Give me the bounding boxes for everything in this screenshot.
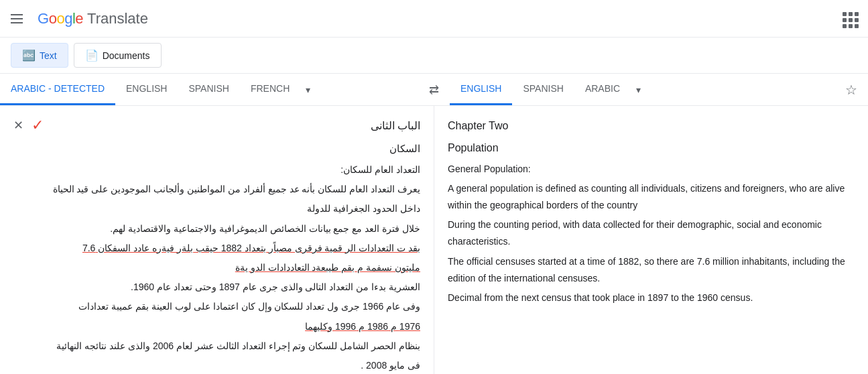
target-line-1: Population xyxy=(448,139,855,158)
target-line-3: A general population is defined as count… xyxy=(448,180,855,214)
logo-g2: g xyxy=(64,10,72,27)
language-bar: ARABIC - DETECTED ENGLISH SPANISH FRENCH… xyxy=(0,74,868,106)
target-line-5: The official censuses started at a time … xyxy=(448,253,855,287)
translate-icon: 🔤 xyxy=(22,49,36,62)
target-lang-panel: ENGLISH SPANISH ARABIC ▾ ☆ xyxy=(450,74,868,105)
documents-tab-button[interactable]: 📄 Documents xyxy=(74,43,162,68)
target-lang-tab-arabic[interactable]: ARABIC xyxy=(574,74,631,105)
target-text-area: Chapter Two Population General Populatio… xyxy=(448,117,855,306)
source-lang-tab-arabic-detected[interactable]: ARABIC - DETECTED xyxy=(0,74,115,105)
source-line-8-underlined: 1976 م 1986 م 1996 وكليهما xyxy=(305,321,420,332)
source-text-area: السكان التعداد العام للسكان: يعرف التعدا… xyxy=(13,139,420,374)
target-panel: Chapter Two Population General Populatio… xyxy=(434,106,868,374)
target-line-2: General Population: xyxy=(448,161,855,178)
google-logo: Google xyxy=(38,10,83,27)
source-lang-tab-french[interactable]: FRENCH xyxy=(240,74,300,105)
documents-button-label: Documents xyxy=(103,50,150,61)
target-lang-tab-english[interactable]: ENGLISH xyxy=(450,74,512,105)
logo-o1: o xyxy=(49,10,57,27)
source-lang-tab-spanish[interactable]: SPANISH xyxy=(178,74,239,105)
source-header: الباب الثانى ✓ ✕ xyxy=(13,117,420,134)
apps-icon[interactable] xyxy=(841,11,857,27)
target-line-6: Decimal from the next census that took p… xyxy=(448,290,855,306)
logo-e: e xyxy=(75,10,83,27)
target-line-0: Chapter Two xyxy=(448,117,855,136)
source-panel: الباب الثانى ✓ ✕ السكان التعداد العام لل… xyxy=(0,106,434,374)
source-lang-tab-english[interactable]: ENGLISH xyxy=(115,74,178,105)
logo-o2: o xyxy=(56,10,64,27)
source-line-9: بنظام الحصر الشامل للسكان وتم إجراء التع… xyxy=(13,338,420,355)
check-icon[interactable]: ✓ xyxy=(32,117,44,134)
source-line-4-underlined: بقد ت التعدادات الر قمية فرقرى مصباًر بت… xyxy=(82,243,420,253)
app-title: Translate xyxy=(87,10,148,27)
source-line-2: داخل الحدود الجغرافية للدولة xyxy=(13,200,420,217)
nav-bar: 🔤 Text 📄 Documents xyxy=(0,38,868,74)
source-title: الباب الثانى xyxy=(371,119,420,132)
close-icon[interactable]: ✕ xyxy=(13,118,23,133)
source-line-5: مليتون نسفمة م بقم طيبعةد التعاددادات ال… xyxy=(13,259,420,276)
target-lang-more-button[interactable]: ▾ xyxy=(631,75,646,105)
target-lang-tab-spanish[interactable]: SPANISH xyxy=(512,74,574,105)
source-line-4: بقد ت التعدادات الر قمية فرقرى مصباًر بت… xyxy=(13,240,420,257)
source-lang-more-button[interactable]: ▾ xyxy=(300,75,316,105)
source-line-1: يعرف التعداد العام للسكان بأنه عد جميع أ… xyxy=(13,181,420,198)
source-lang-panel: ARABIC - DETECTED ENGLISH SPANISH FRENCH… xyxy=(0,74,418,105)
source-line-3: خلال فترة العد مع جمع بيانات الخصائص الد… xyxy=(13,221,420,237)
text-button-label: Text xyxy=(40,50,57,61)
star-button[interactable]: ☆ xyxy=(834,82,868,98)
source-line-10: فى مايو 2008 . xyxy=(13,357,420,374)
source-line-7: وفى عام 1966 جرى ول تعداد للسكان وإل كان… xyxy=(13,298,420,315)
logo-g: G xyxy=(38,10,49,27)
text-tab-button[interactable]: 🔤 Text xyxy=(11,43,68,68)
source-subtitle: السكان xyxy=(13,139,420,158)
source-line-0: التعداد العام للسكان: xyxy=(13,162,420,178)
main-content: الباب الثانى ✓ ✕ السكان التعداد العام لل… xyxy=(0,106,868,374)
document-icon: 📄 xyxy=(85,49,99,62)
source-line-8: 1976 م 1986 م 1996 وكليهما xyxy=(13,318,420,335)
source-line-6: العشرية بدءا من التعداد التالى والذى جرى… xyxy=(13,279,420,296)
menu-icon[interactable] xyxy=(11,11,27,27)
header: Google Translate xyxy=(0,0,868,38)
target-line-4: During the counting period, with data co… xyxy=(448,216,855,250)
swap-languages-button[interactable]: ⇄ xyxy=(418,82,450,97)
source-line-5-underlined: مليتون نسفمة م بقم طيبعةد التعاددادات ال… xyxy=(235,262,420,273)
